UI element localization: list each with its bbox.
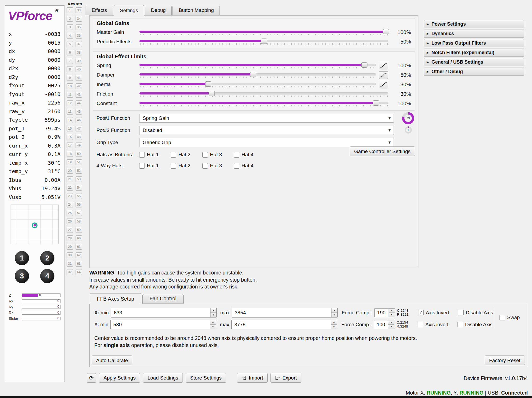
slider-handle[interactable] bbox=[261, 39, 267, 44]
raw-button-55[interactable]: 55 bbox=[76, 193, 82, 199]
checkbox[interactable] bbox=[202, 163, 208, 169]
spin-up-icon[interactable]: ▲ bbox=[332, 308, 337, 313]
spin-up-icon[interactable]: ▲ bbox=[331, 320, 337, 325]
slider-handle[interactable] bbox=[373, 100, 379, 106]
spin-arrows[interactable]: ▲ ▼ bbox=[389, 309, 395, 317]
checkbox[interactable] bbox=[171, 152, 176, 158]
raw-button-59[interactable]: 59 bbox=[76, 227, 82, 233]
raw-button-6[interactable]: 6 bbox=[67, 50, 73, 55]
spin-arrows[interactable]: ▲ ▼ bbox=[210, 320, 216, 329]
y-disable-axis-checkbox[interactable]: Disable Axis bbox=[458, 322, 493, 328]
raw-button-50[interactable]: 50 bbox=[76, 151, 82, 157]
checkbox[interactable] bbox=[458, 322, 463, 327]
hats-as-buttons-hat-1-checkbox[interactable]: Hat 1 bbox=[139, 152, 159, 158]
raw-button-37[interactable]: 37 bbox=[76, 41, 82, 47]
auto-calibrate-button[interactable]: Auto Calibrate bbox=[92, 356, 132, 365]
spin-down-icon[interactable]: ▼ bbox=[210, 324, 216, 329]
curve-editor-button[interactable] bbox=[379, 62, 388, 69]
spin-up-icon[interactable]: ▲ bbox=[388, 320, 394, 325]
raw-button-3[interactable]: 3 bbox=[67, 24, 73, 30]
spin-arrows[interactable]: ▲ ▼ bbox=[388, 320, 394, 329]
checkbox[interactable] bbox=[234, 163, 239, 169]
raw-button-2[interactable]: 2 bbox=[67, 16, 73, 22]
accordion-general-usb-settings[interactable]: ▶ General / USB Settings bbox=[424, 58, 524, 66]
spin-up-icon[interactable]: ▲ bbox=[211, 308, 216, 313]
raw-button-9[interactable]: 9 bbox=[67, 75, 73, 81]
raw-button-47[interactable]: 47 bbox=[76, 126, 82, 131]
raw-button-25[interactable]: 25 bbox=[67, 210, 73, 216]
raw-button-56[interactable]: 56 bbox=[76, 202, 82, 207]
dropdown-grip-type[interactable]: Generic Grip ▾ bbox=[139, 138, 394, 147]
spin-arrows[interactable]: ▲ ▼ bbox=[210, 308, 216, 317]
raw-button-17[interactable]: 17 bbox=[67, 143, 73, 148]
x-force-comp-input[interactable]: 190 ▲ ▼ bbox=[374, 308, 395, 317]
checkbox[interactable] bbox=[202, 152, 208, 158]
slider[interactable] bbox=[139, 100, 388, 107]
slider-handle[interactable] bbox=[209, 91, 215, 96]
raw-button-27[interactable]: 27 bbox=[67, 227, 73, 233]
raw-button-42[interactable]: 42 bbox=[76, 83, 82, 89]
raw-button-51[interactable]: 51 bbox=[76, 159, 82, 165]
spin-up-icon[interactable]: ▲ bbox=[389, 309, 395, 313]
slider-handle[interactable] bbox=[250, 72, 256, 77]
tab-fan-control[interactable]: Fan Control bbox=[142, 294, 184, 304]
export-button[interactable]: Export bbox=[270, 373, 301, 383]
tab-ffb-axes-setup[interactable]: FFB Axes Setup bbox=[90, 293, 141, 304]
accordion-notch-filters-experimental[interactable]: ▶ Notch Filters (experimental) bbox=[424, 49, 524, 57]
raw-button-43[interactable]: 43 bbox=[76, 92, 82, 98]
raw-button-24[interactable]: 24 bbox=[67, 202, 73, 207]
raw-button-64[interactable]: 64 bbox=[76, 269, 82, 275]
factory-reset-button[interactable]: Factory Reset bbox=[485, 356, 525, 365]
raw-button-12[interactable]: 12 bbox=[67, 100, 73, 106]
refresh-button[interactable]: ⟳ bbox=[87, 373, 96, 383]
slider-handle[interactable] bbox=[383, 29, 389, 34]
curve-editor-button[interactable] bbox=[379, 71, 388, 79]
accordion-power-settings[interactable]: ▶ Power Settings bbox=[424, 20, 524, 28]
accordion-low-pass-output-filters[interactable]: ▶ Low Pass Output Filters bbox=[424, 39, 524, 47]
raw-button-61[interactable]: 61 bbox=[76, 244, 82, 250]
raw-button-46[interactable]: 46 bbox=[76, 117, 82, 123]
raw-button-40[interactable]: 40 bbox=[76, 67, 82, 72]
y-force-comp-input[interactable]: 100 ▲ ▼ bbox=[374, 320, 394, 329]
raw-button-52[interactable]: 52 bbox=[76, 168, 82, 174]
swap-checkbox[interactable]: Swap bbox=[500, 315, 520, 320]
spin-arrows[interactable]: ▲ ▼ bbox=[331, 320, 337, 329]
checkbox[interactable] bbox=[458, 310, 464, 315]
raw-button-35[interactable]: 35 bbox=[76, 24, 82, 30]
raw-button-14[interactable]: 14 bbox=[67, 117, 73, 123]
x-max-input[interactable]: 3854 ▲ ▼ bbox=[232, 308, 338, 318]
spin-down-icon[interactable]: ▼ bbox=[388, 324, 394, 329]
import-button[interactable]: Import bbox=[237, 373, 268, 383]
checkbox[interactable] bbox=[171, 163, 176, 169]
hats-as-buttons-hat-2-checkbox[interactable]: Hat 2 bbox=[171, 152, 190, 158]
raw-button-11[interactable]: 11 bbox=[67, 92, 73, 98]
raw-button-1[interactable]: 1 bbox=[67, 7, 73, 13]
dropdown-pot-2-function[interactable]: Disabled ▾ bbox=[139, 126, 394, 135]
raw-button-16[interactable]: 16 bbox=[67, 134, 73, 140]
spin-down-icon[interactable]: ▼ bbox=[331, 324, 337, 329]
game-controller-settings-button[interactable]: Game Controller Settings bbox=[350, 146, 415, 156]
spin-down-icon[interactable]: ▼ bbox=[211, 312, 216, 317]
checkbox[interactable] bbox=[500, 315, 505, 320]
curve-editor-button[interactable] bbox=[379, 81, 388, 88]
slider[interactable] bbox=[139, 28, 388, 36]
hats-as-buttons-hat-4-checkbox[interactable]: Hat 4 bbox=[234, 152, 253, 158]
spin-arrows[interactable]: ▲ ▼ bbox=[331, 308, 337, 317]
checkbox[interactable] bbox=[139, 152, 145, 158]
tab-effects[interactable]: Effects bbox=[86, 6, 113, 15]
spin-up-icon[interactable]: ▲ bbox=[210, 320, 216, 325]
x-axis-invert-checkbox[interactable]: ✓ Axis Invert bbox=[418, 310, 449, 316]
raw-button-29[interactable]: 29 bbox=[67, 244, 73, 250]
raw-button-31[interactable]: 31 bbox=[67, 261, 73, 267]
tab-debug[interactable]: Debug bbox=[145, 6, 172, 15]
raw-button-38[interactable]: 38 bbox=[76, 50, 82, 55]
raw-button-15[interactable]: 15 bbox=[67, 126, 73, 131]
raw-button-21[interactable]: 21 bbox=[67, 176, 73, 182]
checkbox[interactable]: ✓ bbox=[418, 310, 424, 315]
raw-button-22[interactable]: 22 bbox=[67, 185, 73, 191]
y-min-input[interactable]: 530 ▲ ▼ bbox=[110, 320, 216, 329]
raw-button-8[interactable]: 8 bbox=[67, 67, 73, 72]
slider[interactable] bbox=[139, 38, 388, 46]
raw-button-13[interactable]: 13 bbox=[67, 109, 73, 115]
raw-button-10[interactable]: 10 bbox=[67, 83, 73, 89]
